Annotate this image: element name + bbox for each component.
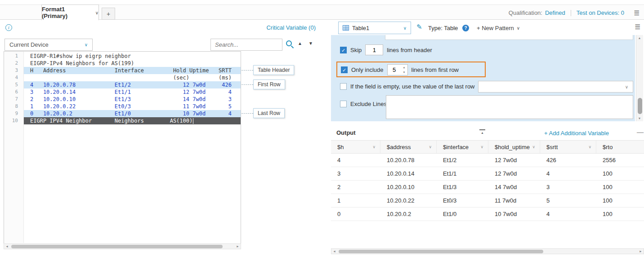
skip-lines-setting: Skip lines from header [340, 44, 432, 55]
search-next-button[interactable]: ▼ [309, 41, 313, 46]
qualification-label: Qualification: [509, 9, 542, 16]
editor-line[interactable]: 7 2 10.20.0.10 Et1/3 14 7w0d 3 [4, 96, 241, 103]
table-row[interactable]: 2 10.20.0.10 Et1/3 14 7w0d 3 100 [331, 181, 644, 194]
chevron-down-icon: ∨ [85, 42, 88, 47]
column-header-interface[interactable]: $interface ∨ [437, 141, 488, 153]
search-icon[interactable] [286, 40, 292, 46]
only-include-checkbox[interactable] [341, 66, 348, 73]
stepper-up-icon[interactable]: ▲ [402, 65, 407, 70]
search-box [210, 39, 282, 51]
exclude-lines-textarea[interactable] [386, 95, 633, 119]
scroll-down-icon[interactable]: ▼ [636, 115, 643, 121]
line-text: EIGRP-R1#show ip eigrp neighbor [24, 53, 241, 60]
scrollbar-thumb[interactable] [339, 250, 543, 253]
output-table-header: $h ∨ $address ∨ $interface ∨ $hold_uptim… [331, 140, 644, 154]
only-include-setting: Only include ▲ ▼ lines from first row [341, 64, 459, 75]
table-icon [343, 25, 349, 31]
device-selector[interactable]: Current Device ∨ [4, 39, 93, 51]
divider [571, 10, 571, 16]
line-number: 5 [4, 81, 24, 88]
empty-field-value-dropdown[interactable]: ∨ [478, 81, 633, 93]
first-row-marker[interactable]: First Row [253, 79, 285, 89]
editor-line-table-header[interactable]: 3 H Address Interface Hold Uptime SRTT [4, 67, 241, 74]
critical-variable-link[interactable]: Critical Variable (0) [252, 24, 316, 31]
chevron-down-icon: ∨ [517, 26, 520, 31]
add-additional-variable-link[interactable]: + Add Additional Variable [544, 130, 609, 137]
exclude-lines-checkbox[interactable] [340, 101, 347, 107]
add-format-tab-button[interactable]: + [102, 8, 115, 20]
exclude-lines-label: Exclude Lines [350, 101, 387, 107]
output-horizontal-scrollbar[interactable]: ◄ ► [331, 248, 644, 254]
scroll-right-icon[interactable]: ► [235, 244, 241, 249]
line-text-highlighted: 4 10.20.0.78 Et1/2 12 7w0d 426 [24, 81, 241, 88]
line-number: 6 [4, 88, 24, 96]
table-row[interactable]: 3 10.20.0.14 Et1/1 12 7w0d 4 100 [331, 167, 644, 181]
plus-icon: + [107, 10, 110, 18]
empty-field-setting: If the field is empty, use the value of … [340, 83, 475, 90]
only-include-label-suffix: lines from first row [411, 66, 459, 73]
column-header-address[interactable]: $address ∨ [380, 141, 437, 153]
line-number: 10 [4, 117, 24, 124]
search-input[interactable] [211, 39, 282, 50]
skip-lines-input[interactable] [365, 44, 383, 55]
minimize-icon[interactable]: — [637, 128, 644, 136]
editor-line[interactable]: 6 3 10.20.0.14 Et1/1 12 7w0d 4 [4, 88, 241, 96]
test-on-devices-link[interactable]: Test on Devices: 0 [577, 9, 624, 16]
line-number: 1 [4, 53, 24, 60]
scroll-right-icon[interactable]: ► [638, 249, 644, 254]
skip-lines-checkbox[interactable] [340, 47, 347, 53]
line-text: 3 10.20.0.14 Et1/1 12 7w0d 4 [24, 88, 241, 96]
editor-line-last-row[interactable]: 9 0 10.20.0.2 Et1/0 10 7w0d 4 [4, 110, 241, 117]
new-pattern-button[interactable]: + New Pattern ∨ [477, 25, 520, 31]
editor-line[interactable]: 1 EIGRP-R1#show ip eigrp neighbor [4, 53, 241, 60]
pattern-selector[interactable]: Table1 ∨ [338, 22, 411, 34]
new-pattern-label: + New Pattern [477, 25, 514, 31]
editor-line[interactable]: 8 1 10.20.0.22 Et0/3 11 7w0d 5 [4, 103, 241, 110]
editor-line[interactable]: 2 EIGRP-IPv4 Neighbors for AS(199) [4, 60, 241, 67]
column-header-hold-uptime[interactable]: $hold_uptime ∨ [488, 141, 540, 153]
table-row[interactable]: 0 10.20.0.2 Et1/0 10 7w0d 4 100 [331, 207, 644, 221]
skip-label-prefix: Skip [350, 47, 362, 53]
chevron-down-icon: ∨ [532, 145, 535, 149]
empty-field-checkbox[interactable] [340, 83, 347, 90]
scrollbar-thumb[interactable] [638, 98, 642, 114]
column-header-srtt[interactable]: $srtt ∨ [540, 141, 596, 153]
output-section-title: Output [336, 129, 356, 136]
line-number: 2 [4, 60, 24, 67]
column-header-rto[interactable]: $rto [596, 141, 644, 153]
sample-output-editor[interactable]: 1 EIGRP-R1#show ip eigrp neighbor 2 EIGR… [4, 51, 241, 249]
collapse-panel-icon[interactable]: ▲ [479, 129, 485, 135]
last-row-marker[interactable]: Last Row [253, 108, 285, 118]
line-text-highlighted: 0 10.20.0.2 Et1/0 10 7w0d 4 [24, 110, 241, 117]
scroll-up-icon[interactable]: ▲ [636, 35, 643, 41]
editor-line-first-row[interactable]: 5 4 10.20.0.78 Et1/2 12 7w0d 426 [4, 81, 241, 88]
scroll-left-icon[interactable]: ◄ [4, 244, 10, 249]
column-header-h[interactable]: $h ∨ [331, 141, 380, 153]
search-previous-button[interactable]: ▲ [298, 41, 302, 46]
only-include-label-prefix: Only include [351, 66, 384, 73]
scroll-left-icon[interactable]: ◄ [331, 249, 337, 254]
top-right-status: Qualification: Defined Test on Devices: … [509, 9, 624, 16]
table-row[interactable]: 4 10.20.0.78 Et1/2 12 7w0d 426 2556 [331, 154, 644, 167]
pattern-type-label: Type: Table [428, 25, 458, 31]
info-icon[interactable]: i [5, 24, 12, 31]
stepper-down-icon[interactable]: ▼ [402, 70, 407, 75]
connector-line [242, 70, 253, 71]
line-text: 2 10.20.0.10 Et1/3 14 7w0d 3 [24, 96, 241, 103]
scrollbar-thumb[interactable] [11, 245, 223, 248]
settings-vertical-scrollbar[interactable]: ▲ ▼ [636, 35, 643, 121]
tab-format1-primary[interactable]: Format1 (Primary) ∨ [41, 4, 99, 20]
editor-horizontal-scrollbar[interactable]: ◄ ► [4, 243, 241, 249]
menu-icon[interactable]: ☰ [634, 9, 640, 17]
table-row[interactable]: 1 10.20.0.22 Et0/3 11 7w0d 5 100 [331, 194, 644, 207]
editor-line-matched-keyword[interactable]: 10 EIGRP IPV4 Neighbor Neighbors AS(100) [4, 117, 241, 124]
edit-pattern-icon[interactable]: ✎ [416, 23, 422, 31]
chevron-down-icon: ∨ [429, 145, 432, 149]
pattern-selector-value: Table1 [352, 25, 369, 31]
qualification-value-link[interactable]: Defined [545, 9, 565, 16]
editor-line[interactable]: 4 (sec) (ms) [4, 74, 241, 81]
help-icon[interactable]: ? [462, 25, 469, 31]
panel-menu-icon[interactable]: ☰ [635, 23, 640, 31]
table-header-marker[interactable]: Table Header [253, 65, 294, 75]
chevron-down-icon: ∨ [588, 145, 591, 149]
